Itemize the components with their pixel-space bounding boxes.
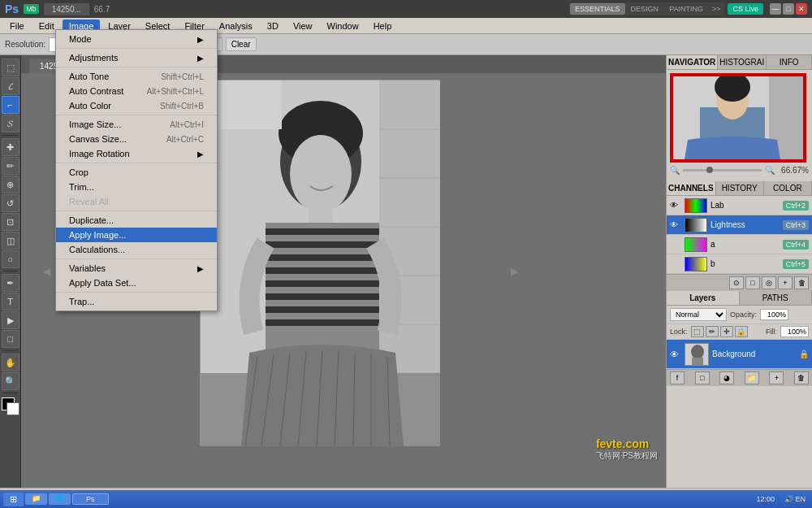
- tool-eyedropper[interactable]: 𝓢: [2, 115, 19, 132]
- menu-item-auto-color[interactable]: Auto Color Shift+Ctrl+B: [56, 98, 217, 113]
- new-layer-btn[interactable]: +: [769, 371, 784, 384]
- menu-item-apply-data-set[interactable]: Apply Data Set...: [56, 276, 217, 290]
- lock-move-btn[interactable]: ✛: [720, 326, 733, 337]
- menu-item-calculations[interactable]: Calculations...: [56, 242, 217, 257]
- menu-item-image-size[interactable]: Image Size... Alt+Ctrl+I: [56, 117, 217, 132]
- channel-lab-eye[interactable]: 👁: [670, 201, 681, 210]
- tool-hand[interactable]: ✋: [2, 354, 19, 371]
- start-button[interactable]: ⊞: [3, 493, 24, 506]
- menu-item-trap[interactable]: Trap...: [56, 294, 217, 309]
- svg-point-11: [290, 135, 352, 213]
- channel-lightness[interactable]: 👁 Lightness Ctrl+3: [667, 215, 812, 235]
- add-mask-btn[interactable]: □: [695, 371, 710, 384]
- menu-section-trap: Trap...: [56, 293, 217, 310]
- minimize-btn[interactable]: —: [770, 3, 781, 15]
- tab-channels[interactable]: CHANNELS: [667, 181, 716, 195]
- more-workspaces-btn[interactable]: >>: [709, 3, 724, 15]
- menu-view[interactable]: View: [287, 20, 319, 33]
- menu-item-image-rotation[interactable]: Image Rotation ▶: [56, 146, 217, 161]
- channels-tabs: CHANNELS HISTORY COLOR: [667, 181, 812, 196]
- menu-item-trim[interactable]: Trim...: [56, 180, 217, 194]
- menu-3d[interactable]: 3D: [261, 20, 285, 33]
- new-fill-layer-btn[interactable]: ◕: [719, 371, 734, 384]
- tab-history[interactable]: HISTORY: [716, 181, 764, 195]
- layer-background[interactable]: 👁 Background 🔒: [667, 340, 812, 369]
- menu-analysis[interactable]: Analysis: [213, 20, 259, 33]
- tab-layers[interactable]: Layers: [667, 291, 740, 305]
- menu-file[interactable]: File: [3, 20, 31, 33]
- tool-shape[interactable]: □: [2, 330, 19, 348]
- tool-brush[interactable]: ✏: [2, 157, 19, 175]
- taskbar-ps[interactable]: Ps: [72, 493, 109, 505]
- tab-color[interactable]: COLOR: [764, 181, 812, 195]
- blend-mode-select[interactable]: Normal Multiply Screen: [670, 308, 727, 321]
- tool-zoom[interactable]: 🔍: [2, 372, 19, 390]
- taskbar-item-1[interactable]: 📁: [25, 493, 47, 505]
- taskbar-item-2[interactable]: 🌐: [49, 493, 71, 505]
- tool-pen[interactable]: ✒: [2, 274, 19, 292]
- painting-btn[interactable]: PAINTING: [664, 3, 708, 15]
- navigator-zoom-bar: 🔍 🔍 66.67%: [670, 163, 809, 178]
- menu-item-adjustments[interactable]: Adjustments ▶: [56, 50, 217, 65]
- tool-path-selection[interactable]: ▶: [2, 311, 19, 329]
- save-selection-btn[interactable]: □: [745, 276, 760, 289]
- tab-histogram[interactable]: HISTOGRAI: [718, 55, 767, 69]
- menu-item-auto-contrast[interactable]: Auto Contrast Alt+Shift+Ctrl+L: [56, 84, 217, 98]
- tool-eraser[interactable]: ⊡: [2, 213, 19, 231]
- tool-healing[interactable]: ✚: [2, 138, 19, 156]
- delete-layer-btn[interactable]: 🗑: [794, 371, 809, 384]
- channel-a: a Ctrl+4: [667, 235, 812, 254]
- tab-navigator[interactable]: NAVIGATOR: [667, 55, 718, 69]
- maximize-btn[interactable]: □: [783, 3, 794, 15]
- tool-lasso[interactable]: 𝓛: [2, 77, 19, 95]
- menu-item-duplicate[interactable]: Duplicate...: [56, 213, 217, 228]
- workspace-group: ESSENTIALS DESIGN PAINTING >>: [569, 2, 724, 15]
- panel-collapse-right[interactable]: ▶: [511, 266, 518, 277]
- menu-section-variables: Variables ▶ Apply Data Set...: [56, 259, 217, 293]
- menu-item-mode[interactable]: Mode ▶: [56, 32, 217, 46]
- menu-item-canvas-size[interactable]: Canvas Size... Alt+Ctrl+C: [56, 132, 217, 146]
- close-btn[interactable]: ✕: [796, 3, 807, 15]
- layer-styles-btn[interactable]: f: [670, 371, 685, 384]
- menu-help[interactable]: Help: [367, 20, 399, 33]
- menu-item-apply-image[interactable]: Apply Image...: [56, 228, 217, 242]
- clear-btn[interactable]: Clear: [226, 37, 257, 51]
- channel-lightness-eye[interactable]: 👁: [670, 220, 681, 229]
- design-btn[interactable]: DESIGN: [626, 3, 664, 15]
- color-swatch[interactable]: [2, 397, 19, 415]
- tool-gradient[interactable]: ◫: [2, 232, 19, 250]
- opacity-input[interactable]: [760, 309, 788, 320]
- new-channel-btn[interactable]: +: [778, 276, 793, 289]
- channel-to-selection-btn[interactable]: ⊙: [729, 276, 744, 289]
- menu-item-variables[interactable]: Variables ▶: [56, 261, 217, 276]
- delete-channel-btn[interactable]: 🗑: [794, 276, 809, 289]
- fill-input[interactable]: [780, 326, 809, 337]
- zoom-slider[interactable]: [683, 169, 762, 172]
- zoom-out-icon[interactable]: 🔍: [670, 166, 680, 175]
- tool-type[interactable]: T: [2, 293, 19, 310]
- new-layer-group-btn[interactable]: 📁: [745, 371, 759, 384]
- menu-window[interactable]: Window: [321, 20, 365, 33]
- tool-crop[interactable]: ⌐: [2, 96, 19, 114]
- tool-clone[interactable]: ⊕: [2, 176, 19, 193]
- load-channel-btn[interactable]: ◎: [762, 276, 776, 289]
- topbar: Ps Mb 14250... 66.7 ESSENTIALS DESIGN PA…: [0, 0, 812, 18]
- lock-all-btn[interactable]: 🔒: [735, 326, 748, 337]
- layer-bg-eye[interactable]: 👁: [670, 350, 681, 359]
- tool-dodge[interactable]: ○: [2, 250, 19, 268]
- lock-transparent-btn[interactable]: ⬚: [691, 326, 704, 337]
- panel-collapse-left[interactable]: ◀: [43, 266, 50, 277]
- lock-paint-btn[interactable]: ✏: [706, 326, 719, 337]
- menu-item-auto-tone[interactable]: Auto Tone Shift+Ctrl+L: [56, 69, 217, 84]
- cs-live-btn[interactable]: CS Live: [728, 3, 763, 15]
- zoom-in-icon[interactable]: 🔍: [765, 166, 775, 175]
- zoom-slider-thumb[interactable]: [706, 167, 713, 173]
- tab-paths[interactable]: PATHS: [740, 291, 813, 305]
- tool-marquee[interactable]: ⬚: [2, 59, 19, 76]
- background-color[interactable]: [6, 402, 19, 415]
- document-tab[interactable]: 14250...: [44, 3, 89, 15]
- menu-item-crop[interactable]: Crop: [56, 165, 217, 180]
- essentials-btn[interactable]: ESSENTIALS: [570, 3, 625, 15]
- tool-history-brush[interactable]: ↺: [2, 194, 19, 212]
- tab-info[interactable]: INFO: [767, 55, 812, 69]
